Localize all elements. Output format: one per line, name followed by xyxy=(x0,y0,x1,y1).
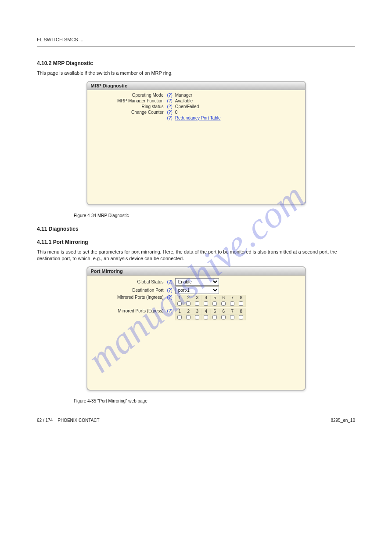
egress-checkbox-3[interactable] xyxy=(195,315,199,319)
help-icon[interactable]: (?) xyxy=(165,98,174,103)
ingress-checkbox-6[interactable] xyxy=(221,301,226,306)
label-destination-port: Destination Port xyxy=(91,288,165,293)
section-heading-mrp: 4.10.2 MRP Diagnostic xyxy=(37,60,355,66)
ingress-checkbox-1[interactable] xyxy=(177,301,182,306)
help-icon[interactable]: (?) xyxy=(165,116,174,120)
ingress-col: 2 xyxy=(184,295,193,301)
page-footer: 62 / 174 PHOENIX CONTACT 8295_en_10 xyxy=(37,418,355,423)
egress-checkbox-5[interactable] xyxy=(212,315,217,319)
egress-checkbox-7[interactable] xyxy=(230,315,234,319)
help-icon[interactable]: (?) xyxy=(165,104,174,109)
section-heading-port-mirroring: 4.11.1 Port Mirroring xyxy=(37,239,355,245)
ingress-col: 5 xyxy=(210,295,219,301)
ingress-header-row: 1 2 3 4 5 6 7 8 xyxy=(175,295,245,301)
ingress-cb-row xyxy=(175,301,245,306)
row-global-status: Global Status (?) Enable xyxy=(91,278,302,286)
ingress-col: 4 xyxy=(201,295,210,301)
row-ring-status: Ring status (?) Open/Failed xyxy=(91,104,302,109)
egress-col: 8 xyxy=(237,308,245,314)
ingress-checkbox-3[interactable] xyxy=(195,301,199,306)
egress-col: 7 xyxy=(228,308,237,314)
value-ring-status: Open/Failed xyxy=(174,104,199,109)
ingress-col: 7 xyxy=(228,295,237,301)
row-redundancy-link: (?) Redundancy Port Table xyxy=(91,116,302,120)
egress-checkbox-4[interactable] xyxy=(204,315,208,319)
port-mirroring-panel: Port Mirroring Global Status (?) Enable … xyxy=(86,266,306,391)
value-mrp-manager-function: Available xyxy=(174,98,193,103)
row-change-counter: Change Counter (?) 0 xyxy=(91,110,302,115)
egress-checkbox-8[interactable] xyxy=(239,315,243,319)
ingress-col: 8 xyxy=(237,295,245,301)
label-change-counter: Change Counter xyxy=(91,110,165,115)
footer-doc-id: 8295_en_10 xyxy=(331,418,355,423)
ingress-checkbox-2[interactable] xyxy=(186,301,191,306)
ingress-col: 6 xyxy=(219,295,228,301)
redundancy-port-table-link[interactable]: Redundancy Port Table xyxy=(174,116,221,120)
help-icon[interactable]: (?) xyxy=(165,110,174,115)
egress-checkbox-1[interactable] xyxy=(177,315,182,319)
port-mirroring-panel-title: Port Mirroring xyxy=(87,267,305,276)
label-global-status: Global Status xyxy=(91,279,165,284)
label-operating-mode: Operating Mode xyxy=(91,93,165,98)
ingress-col: 1 xyxy=(175,295,184,301)
egress-col: 4 xyxy=(201,308,210,314)
help-icon[interactable]: (?) xyxy=(165,288,174,293)
label-mirrored-ingress: Mirrored Ports (Ingress) xyxy=(91,295,165,300)
page-content: FL SWITCH SMCS ... 4.10.2 MRP Diagnostic… xyxy=(0,0,392,440)
help-icon[interactable]: (?) xyxy=(165,93,174,98)
ingress-checkbox-4[interactable] xyxy=(204,301,208,306)
page-number: 62 / 174 xyxy=(37,418,53,423)
running-header: FL SWITCH SMCS ... xyxy=(37,37,355,42)
egress-col: 5 xyxy=(210,308,219,314)
top-rule xyxy=(37,47,355,47)
value-change-counter: 0 xyxy=(174,110,178,115)
egress-checkbox-6[interactable] xyxy=(221,315,226,319)
label-ring-status: Ring status xyxy=(91,104,165,109)
ingress-checkbox-7[interactable] xyxy=(230,301,234,306)
footer-brand: PHOENIX CONTACT xyxy=(58,418,99,423)
egress-cb-row xyxy=(175,314,245,320)
mrp-diagnostic-panel: MRP Diagnostic Operating Mode (?) Manage… xyxy=(86,81,306,205)
help-icon[interactable]: (?) xyxy=(165,295,174,300)
row-operating-mode: Operating Mode (?) Manager xyxy=(91,93,302,98)
ingress-checkbox-8[interactable] xyxy=(239,301,243,306)
help-icon[interactable]: (?) xyxy=(165,308,174,313)
mrp-panel-body: Operating Mode (?) Manager MRP Manager F… xyxy=(87,90,305,204)
ingress-port-grid: 1 2 3 4 5 6 7 8 xyxy=(175,295,246,307)
section-heading-diagnostics: 4.11 Diagnostics xyxy=(37,226,355,232)
ingress-col: 3 xyxy=(193,295,201,301)
help-icon[interactable]: (?) xyxy=(165,279,174,284)
port-mirroring-intro-text: This menu is used to set the parameters … xyxy=(37,249,355,262)
row-mrp-manager-function: MRP Manager Function (?) Available xyxy=(91,98,302,103)
egress-col: 1 xyxy=(175,308,184,314)
egress-col: 6 xyxy=(219,308,228,314)
label-mrp-manager-function: MRP Manager Function xyxy=(91,98,165,103)
figure-caption-4-34: Figure 4-34 MRP Diagnostic xyxy=(74,213,355,218)
port-mirroring-panel-body: Global Status (?) Enable Destination Por… xyxy=(87,276,305,390)
destination-port-select[interactable]: port-1 xyxy=(175,287,219,294)
egress-checkbox-2[interactable] xyxy=(186,315,191,319)
row-mirrored-egress: Mirrored Ports (Egress) (?) 1 2 3 4 5 6 … xyxy=(91,308,302,321)
mrp-intro-text: This page is available if the switch is … xyxy=(37,70,355,76)
footer-rule xyxy=(37,415,355,415)
row-destination-port: Destination Port (?) port-1 xyxy=(91,287,302,294)
mrp-panel-title: MRP Diagnostic xyxy=(87,82,305,90)
egress-port-grid: 1 2 3 4 5 6 7 8 xyxy=(175,308,246,320)
footer-left: 62 / 174 PHOENIX CONTACT xyxy=(37,418,100,423)
label-mirrored-egress: Mirrored Ports (Egress) xyxy=(91,308,165,313)
global-status-select[interactable]: Enable xyxy=(175,278,219,286)
ingress-checkbox-5[interactable] xyxy=(212,301,217,306)
row-mirrored-ingress: Mirrored Ports (Ingress) (?) 1 2 3 4 5 6… xyxy=(91,295,302,308)
value-operating-mode: Manager xyxy=(174,93,192,98)
egress-header-row: 1 2 3 4 5 6 7 8 xyxy=(175,308,245,314)
egress-col: 3 xyxy=(193,308,201,314)
figure-caption-4-35: Figure 4-35 "Port Mirroring" web page xyxy=(74,399,355,403)
egress-col: 2 xyxy=(184,308,193,314)
